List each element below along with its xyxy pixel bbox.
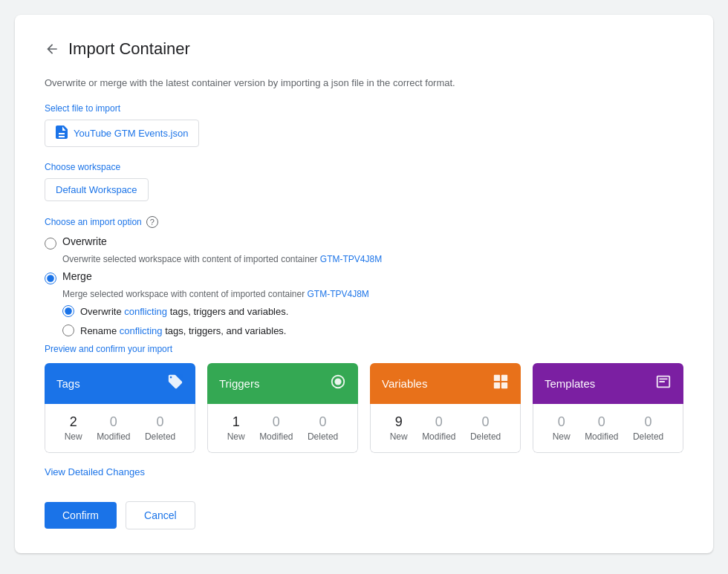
variables-deleted-stat: 0 Deleted — [470, 414, 501, 442]
cancel-button[interactable]: Cancel — [126, 501, 195, 529]
variables-deleted-label: Deleted — [470, 431, 501, 442]
variables-card-body: 9 New 0 Modified 0 Deleted — [370, 404, 521, 453]
file-name-label: YouTube GTM Events.json — [74, 128, 188, 139]
file-section-label: Select file to import — [45, 103, 683, 114]
import-container-card: Import Container Overwrite or merge with… — [15, 15, 713, 553]
tags-card-body: 2 New 0 Modified 0 Deleted — [45, 404, 195, 453]
svg-rect-5 — [501, 382, 507, 388]
overwrite-conflicting-label: Overwrite conflicting tags, triggers and… — [80, 306, 288, 317]
svg-rect-4 — [494, 382, 500, 388]
variables-card-header: Variables — [370, 363, 521, 404]
templates-new-label: New — [553, 431, 571, 442]
action-row: Confirm Cancel — [45, 501, 683, 529]
tags-modified-count: 0 — [97, 414, 130, 430]
workspace-section: Choose workspace Default Workspace — [45, 162, 683, 216]
page-header: Import Container — [45, 39, 683, 59]
variables-modified-stat: 0 Modified — [422, 414, 455, 442]
file-select-button[interactable]: YouTube GTM Events.json — [45, 120, 199, 147]
page-title: Import Container — [68, 39, 190, 59]
merge-description: Merge selected workspace with content of… — [62, 289, 683, 299]
svg-rect-3 — [501, 375, 507, 381]
variables-new-count: 9 — [390, 414, 408, 430]
svg-rect-2 — [494, 375, 500, 381]
tags-deleted-stat: 0 Deleted — [145, 414, 175, 442]
triggers-modified-label: Modified — [259, 431, 293, 442]
merge-option: Merge — [45, 270, 683, 284]
triggers-modified-count: 0 — [259, 414, 293, 430]
variables-card: Variables 9 New 0 Modified 0 — [370, 363, 521, 453]
preview-section: Preview and confirm your import Tags 2 N… — [45, 344, 683, 495]
confirm-button[interactable]: Confirm — [45, 502, 117, 529]
templates-deleted-label: Deleted — [633, 431, 663, 442]
merge-label[interactable]: Merge — [62, 270, 92, 282]
svg-point-1 — [334, 378, 341, 385]
templates-new-stat: 0 New — [553, 414, 571, 442]
overwrite-label[interactable]: Overwrite — [62, 235, 107, 247]
rename-conflicting-option: Rename conflicting tags, triggers, and v… — [62, 324, 683, 336]
rename-conflicting-label: Rename conflicting tags, triggers, and v… — [80, 325, 286, 336]
file-icon — [56, 125, 68, 141]
templates-icon — [655, 374, 672, 394]
tags-icon — [167, 374, 183, 394]
triggers-card: Triggers 1 New 0 Modified 0 — [207, 363, 358, 453]
tags-card: Tags 2 New 0 Modified 0 — [45, 363, 195, 453]
workspace-select-button[interactable]: Default Workspace — [45, 178, 149, 201]
templates-new-count: 0 — [553, 414, 571, 430]
tags-deleted-label: Deleted — [145, 431, 175, 442]
templates-card-header: Templates — [533, 363, 683, 404]
tags-card-title: Tags — [56, 377, 80, 390]
merge-sub-options: Overwrite conflicting tags, triggers and… — [62, 305, 683, 336]
triggers-card-title: Triggers — [219, 377, 259, 390]
import-option-label: Choose an import option ? — [45, 216, 683, 228]
overwrite-option: Overwrite — [45, 235, 683, 250]
triggers-card-body: 1 New 0 Modified 0 Deleted — [207, 404, 358, 453]
view-changes-link[interactable]: View Detailed Changes — [45, 466, 145, 477]
variables-icon — [493, 374, 509, 394]
triggers-deleted-label: Deleted — [308, 431, 338, 442]
overwrite-conflicting-radio[interactable] — [62, 305, 74, 317]
templates-card-title: Templates — [545, 377, 595, 390]
back-button[interactable] — [45, 39, 65, 59]
templates-modified-count: 0 — [585, 414, 618, 430]
triggers-new-count: 1 — [227, 414, 245, 430]
triggers-new-label: New — [227, 431, 245, 442]
tags-deleted-count: 0 — [145, 414, 175, 430]
templates-modified-label: Modified — [585, 431, 618, 442]
overwrite-conflicting-option: Overwrite conflicting tags, triggers and… — [62, 305, 683, 317]
workspace-section-label: Choose workspace — [45, 162, 683, 172]
tags-new-label: New — [65, 431, 82, 442]
triggers-deleted-count: 0 — [308, 414, 338, 430]
merge-radio[interactable] — [45, 273, 56, 284]
page-description: Overwrite or merge with the latest conta… — [45, 77, 683, 88]
templates-deleted-stat: 0 Deleted — [633, 414, 663, 442]
templates-deleted-count: 0 — [633, 414, 663, 430]
tags-new-stat: 2 New — [65, 414, 82, 442]
variables-new-stat: 9 New — [390, 414, 408, 442]
variables-card-title: Variables — [382, 377, 427, 390]
stats-cards-row: Tags 2 New 0 Modified 0 — [45, 363, 683, 453]
templates-modified-stat: 0 Modified — [585, 414, 618, 442]
workspace-name-label: Default Workspace — [56, 184, 137, 195]
help-icon[interactable]: ? — [146, 216, 158, 228]
tags-modified-label: Modified — [97, 431, 130, 442]
triggers-new-stat: 1 New — [227, 414, 245, 442]
overwrite-radio[interactable] — [45, 238, 56, 250]
triggers-icon — [330, 374, 346, 394]
triggers-deleted-stat: 0 Deleted — [308, 414, 338, 442]
rename-conflicting-radio[interactable] — [62, 324, 74, 336]
tags-new-count: 2 — [65, 414, 82, 430]
file-section: Select file to import YouTube GTM Events… — [45, 103, 683, 162]
tags-modified-stat: 0 Modified — [97, 414, 130, 442]
variables-new-label: New — [390, 431, 408, 442]
templates-card-body: 0 New 0 Modified 0 Deleted — [533, 404, 683, 453]
triggers-card-header: Triggers — [207, 363, 358, 404]
import-option-section: Choose an import option ? Overwrite Over… — [45, 216, 683, 336]
variables-deleted-count: 0 — [470, 414, 501, 430]
templates-card: Templates 0 New 0 Modified 0 — [533, 363, 683, 453]
variables-modified-count: 0 — [422, 414, 455, 430]
preview-label: Preview and confirm your import — [45, 344, 683, 354]
triggers-modified-stat: 0 Modified — [259, 414, 293, 442]
tags-card-header: Tags — [45, 363, 195, 404]
variables-modified-label: Modified — [422, 431, 455, 442]
overwrite-description: Overwrite selected workspace with conten… — [62, 254, 683, 264]
